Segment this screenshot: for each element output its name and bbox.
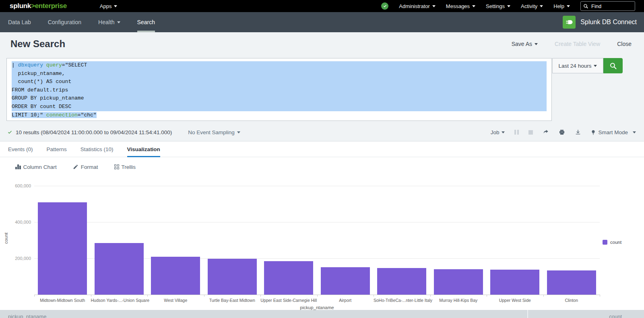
app-nav-item-data-lab[interactable]: Data Lab: [8, 12, 31, 32]
format-button[interactable]: Format: [73, 164, 98, 170]
x-category-label: Airport: [317, 298, 374, 303]
x-category-label: Hudson Yards-...-Union Square: [91, 298, 148, 303]
menu-label: Settings: [486, 3, 505, 9]
topbar-menu-administrator[interactable]: Administrator: [399, 3, 436, 9]
tab-events-0[interactable]: Events (0): [8, 141, 33, 157]
bar-west-village[interactable]: [151, 257, 200, 295]
find-search-box[interactable]: [580, 1, 635, 11]
apps-menu[interactable]: Apps: [100, 3, 118, 9]
menu-label: Help: [553, 3, 564, 9]
column-chart-icon: [15, 164, 21, 169]
x-axis-tick: [600, 295, 600, 297]
gridline-600,000: [34, 186, 600, 186]
app-nav-item-configuration[interactable]: Configuration: [48, 12, 81, 32]
chevron-down-icon: [535, 43, 538, 45]
nav-label: Configuration: [48, 19, 81, 25]
query-line-1: | dbxquery query="SELECT: [12, 61, 547, 70]
share-button[interactable]: [543, 129, 549, 135]
x-category-label: Midtown-Midtown South: [34, 298, 91, 303]
chevron-down-icon: [432, 5, 436, 7]
chart-type-label: Column Chart: [23, 164, 57, 170]
topbar-menu-settings[interactable]: Settings: [486, 3, 510, 9]
print-button[interactable]: [559, 129, 565, 135]
query-token: ="SELECT: [62, 62, 87, 68]
bar-upper-west-side[interactable]: [490, 270, 539, 295]
tab-statistics-10[interactable]: Statistics (10): [80, 141, 114, 157]
bar-murray-hill-kips-bay[interactable]: [434, 269, 483, 295]
find-input[interactable]: [590, 3, 628, 10]
query-token: connection: [46, 112, 78, 118]
query-token: GROUP BY pickup_ntaname: [12, 95, 84, 101]
bar-clinton[interactable]: [547, 270, 596, 295]
bar-upper-east-side-carnegie-hill[interactable]: [264, 261, 313, 295]
bar-airport[interactable]: [321, 267, 370, 295]
x-category-label: Murray Hill-Kips Bay: [430, 298, 487, 303]
stop-icon: [528, 130, 533, 135]
app-nav-right: Splunk DB Connect: [563, 16, 637, 29]
app-nav-item-health[interactable]: Health: [98, 12, 120, 32]
print-icon: [559, 129, 565, 135]
search-submit-button[interactable]: [603, 58, 623, 73]
close-button[interactable]: Close: [617, 41, 632, 47]
db-connect-plug-icon[interactable]: [563, 16, 576, 29]
trellis-button[interactable]: Trellis: [114, 164, 136, 170]
save-as-button[interactable]: Save As: [512, 41, 538, 47]
y-axis-title: count: [4, 222, 9, 254]
result-count-text: 10 results (08/04/2024 11:00:00.000 to 0…: [16, 129, 172, 135]
x-axis-tick: [91, 295, 91, 297]
splunk-logo[interactable]: splunk>enterprise: [10, 2, 67, 10]
x-category-label: Turtle Bay-East Midtown: [204, 298, 261, 303]
topbar-menu-help[interactable]: Help: [553, 3, 570, 9]
plug-icon: [565, 18, 573, 26]
bar-soho-tribeca-nter-little-italy[interactable]: [377, 268, 426, 295]
time-range-picker[interactable]: Last 24 hours: [552, 58, 603, 73]
tab-visualization[interactable]: Visualization: [127, 141, 160, 157]
chevron-down-icon: [114, 5, 117, 7]
app-nav-item-search[interactable]: Search: [137, 12, 155, 32]
topbar-menu-activity[interactable]: Activity: [521, 3, 543, 9]
topbar-menu-messages[interactable]: Messages: [446, 3, 475, 9]
legend-swatch: [603, 240, 607, 245]
legend-item-count[interactable]: count: [603, 240, 621, 245]
create-table-view-button[interactable]: Create Table View: [555, 41, 600, 47]
statistics-table-header: pickup_ntaname count: [0, 310, 644, 318]
smart-mode-label: Smart Mode: [598, 129, 628, 135]
x-axis-tick: [204, 295, 204, 297]
bar-hudson-yards-union-square[interactable]: [95, 243, 144, 295]
x-axis-title: pickup_ntaname: [34, 305, 600, 310]
y-tick-label: 400,000: [6, 220, 31, 224]
bar-midtown-midtown-south[interactable]: [38, 202, 87, 295]
x-axis-tick: [374, 295, 374, 297]
x-category-label: SoHo-TriBeCa-...nter-Little Italy: [374, 298, 430, 303]
pause-button[interactable]: [514, 130, 519, 135]
column-header-pickup-ntaname[interactable]: pickup_ntaname: [0, 310, 527, 318]
health-check-icon[interactable]: [381, 2, 388, 10]
column-chart: count 200,000400,000600,000Midtown-Midto…: [0, 176, 644, 310]
chart-type-button[interactable]: Column Chart: [15, 164, 57, 170]
nav-label: Health: [98, 19, 114, 25]
query-token: count(*) AS count: [12, 79, 71, 85]
sampling-label: No Event Sampling: [188, 129, 235, 135]
check-icon: [383, 4, 387, 8]
x-category-label: Clinton: [543, 298, 600, 303]
job-label: Job: [491, 129, 500, 135]
search-query-input[interactable]: | dbxquery query="SELECT pickup_ntaname,…: [6, 58, 552, 121]
column-header-count[interactable]: count: [528, 310, 644, 318]
page-title: New Search: [10, 38, 65, 50]
tab-patterns[interactable]: Patterns: [47, 141, 67, 157]
lightbulb-icon: [591, 129, 596, 135]
export-button[interactable]: [575, 129, 581, 135]
event-sampling-dropdown[interactable]: No Event Sampling: [188, 129, 240, 135]
x-axis-tick: [317, 295, 318, 297]
job-dropdown[interactable]: Job: [491, 129, 505, 135]
bar-turtle-bay-east-midtown[interactable]: [208, 259, 257, 295]
x-axis-tick: [147, 295, 148, 297]
stop-button[interactable]: [528, 130, 533, 135]
query-token: ORDER BY count DESC: [12, 104, 71, 110]
chevron-down-icon: [540, 5, 543, 7]
query-token: |: [12, 62, 18, 68]
time-range-label: Last 24 hours: [559, 63, 592, 69]
smart-mode-dropdown[interactable]: Smart Mode: [591, 129, 636, 135]
chevron-down-icon: [594, 65, 597, 67]
chevron-down-icon: [507, 5, 510, 7]
